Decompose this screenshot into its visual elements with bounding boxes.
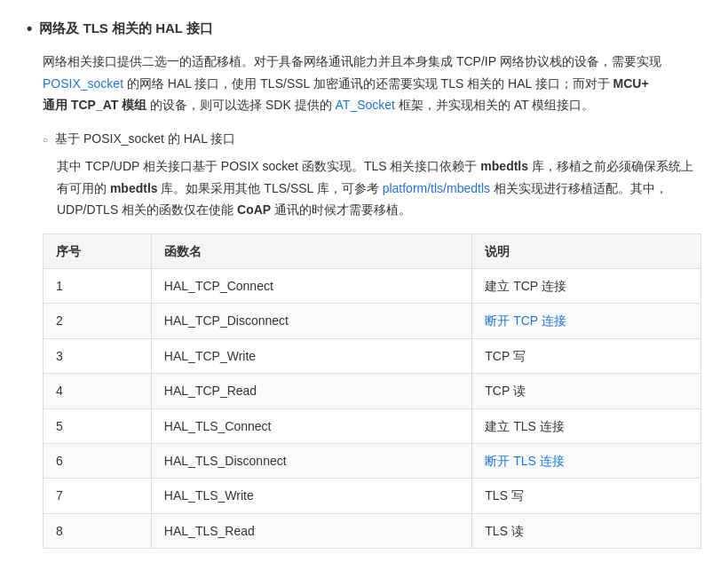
cell-desc: 断开 TCP 连接 [472,304,701,338]
table-row: 1HAL_TCP_Connect建立 TCP 连接 [44,268,701,303]
cell-num: 2 [44,304,152,338]
table-row: 2HAL_TCP_Disconnect断开 TCP 连接 [44,304,701,338]
cell-func: HAL_TLS_Connect [151,408,471,443]
col-header-num: 序号 [44,234,152,268]
table-row: 7HAL_TLS_WriteTLS 写 [44,479,701,513]
cell-desc: TLS 读 [472,513,701,548]
subsection: ○ 基于 POSIX_socket 的 HAL 接口 其中 TCP/UDP 相关… [43,129,701,221]
page-container: • 网络及 TLS 相关的 HAL 接口 网络相关接口提供二选一的适配移植。对于… [27,18,701,549]
intro-part5: 框架，并实现相关的 AT 模组接口。 [395,98,594,112]
body-part1: 其中 TCP/UDP 相关接口基于 POSIX socket 函数实现。TLS … [57,159,477,173]
cell-func: HAL_TLS_Read [151,513,471,548]
circle-bullet-icon: ○ [43,133,48,147]
cell-desc: 断开 TLS 连接 [472,443,701,478]
posix-socket-link[interactable]: POSIX_socket [43,76,123,91]
cell-desc: TCP 写 [472,338,701,373]
cell-num: 3 [44,338,152,373]
cell-desc: TCP 读 [472,374,701,408]
col-header-func: 函数名 [151,234,471,268]
cell-func: HAL_TCP_Write [151,338,471,373]
cell-desc: 建立 TCP 连接 [472,268,701,303]
table-row: 8HAL_TLS_ReadTLS 读 [44,513,701,548]
mbedtls-bold2: mbedtls [107,181,158,195]
at-socket-link[interactable]: AT_Socket [336,98,395,112]
body-part3: 库。如果采用其他 TLS/SSL 库，可参考 [158,181,379,195]
cell-num: 6 [44,443,152,478]
subsection-body: 其中 TCP/UDP 相关接口基于 POSIX socket 函数实现。TLS … [57,155,701,221]
intro-bold2: 通用 TCP_AT 模组 [43,98,146,112]
cell-desc: TLS 写 [472,479,701,513]
platform-tls-link[interactable]: platform/tls/mbedtls [379,181,490,195]
table-header-row: 序号 函数名 说明 [44,234,701,268]
intro-paragraph: 网络相关接口提供二选一的适配移植。对于具备网络通讯能力并且本身集成 TCP/IP… [43,51,701,116]
intro-part2: 的网络 HAL 接口，使用 TLS/SSL 加密通讯的还需要实现 TLS 相关的… [123,76,613,91]
cell-func: HAL_TCP_Connect [151,268,471,303]
coap-bold: CoAP [233,202,271,217]
cell-func: HAL_TLS_Disconnect [151,443,471,478]
cell-num: 1 [44,268,152,303]
subsection-title-text: 基于 POSIX_socket 的 HAL 接口 [55,129,235,148]
cell-num: 5 [44,408,152,443]
section-title: • 网络及 TLS 相关的 HAL 接口 [27,18,701,40]
col-header-desc: 说明 [472,234,701,268]
intro-part1: 网络相关接口提供二选一的适配移植。对于具备网络通讯能力并且本身集成 TCP/IP… [43,54,661,68]
cell-desc: 建立 TLS 连接 [472,408,701,443]
cell-func: HAL_TLS_Write [151,479,471,513]
intro-bold1: MCU+ [613,76,649,91]
cell-num: 4 [44,374,152,408]
cell-num: 8 [44,513,152,548]
table-row: 5HAL_TLS_Connect建立 TLS 连接 [44,408,701,443]
cell-func: HAL_TCP_Read [151,374,471,408]
table-row: 4HAL_TCP_ReadTCP 读 [44,374,701,408]
table-row: 3HAL_TCP_WriteTCP 写 [44,338,701,373]
body-part5: 通讯的时候才需要移植。 [271,202,411,217]
bullet-icon: • [27,18,32,40]
table-row: 6HAL_TLS_Disconnect断开 TLS 连接 [44,443,701,478]
subsection-title-row: ○ 基于 POSIX_socket 的 HAL 接口 [43,129,701,148]
hal-table: 序号 函数名 说明 1HAL_TCP_Connect建立 TCP 连接2HAL_… [43,234,701,550]
cell-func: HAL_TCP_Disconnect [151,304,471,338]
intro-part4: 的设备，则可以选择 SDK 提供的 [146,98,335,112]
cell-num: 7 [44,479,152,513]
mbedtls-bold1: mbedtls [477,159,528,173]
section-title-text: 网络及 TLS 相关的 HAL 接口 [39,18,213,39]
